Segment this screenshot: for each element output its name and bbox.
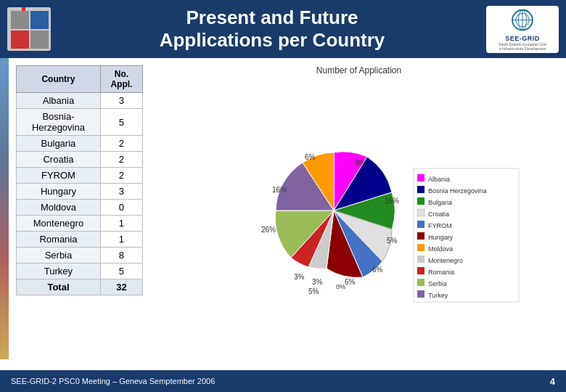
svg-rect-41 [417, 279, 424, 286]
svg-text:6%: 6% [305, 153, 316, 161]
svg-text:0%: 0% [336, 283, 345, 290]
table-row-value: 3 [100, 184, 142, 200]
svg-text:16%: 16% [385, 197, 399, 205]
svg-rect-29 [417, 209, 424, 216]
svg-rect-1 [11, 11, 29, 29]
pie-chart: 9% 16% 5% 6% 6% 3% 3% 0% 5% 26% 16% 6% A… [192, 87, 526, 348]
svg-rect-3 [11, 30, 29, 49]
table-row-country: Romania [17, 232, 101, 248]
svg-text:Bosnia Herzegovina: Bosnia Herzegovina [428, 187, 487, 195]
svg-text:26%: 26% [261, 226, 276, 234]
main-content: Country No. Appl. Albania3Bosnia-Herzego… [9, 58, 566, 359]
table-row-country: Croatia [17, 152, 101, 168]
applications-table: Country No. Appl. Albania3Bosnia-Herzego… [16, 65, 143, 295]
table-row-value: 3 [100, 93, 142, 109]
svg-rect-4 [30, 30, 49, 49]
header: Present and Future Applications per Coun… [0, 0, 566, 58]
table-row-value: 1 [100, 216, 142, 232]
svg-rect-43 [417, 290, 424, 298]
svg-text:Moldova: Moldova [428, 245, 453, 253]
table-row-value: 2 [100, 168, 142, 184]
table-row: Bulgaria2 [17, 136, 143, 152]
table-row-value: 5 [100, 264, 142, 279]
svg-text:Serbia: Serbia [428, 280, 447, 287]
table-row: Montenegro1 [17, 216, 143, 232]
table-row-country: Albania [17, 93, 101, 109]
svg-rect-23 [417, 174, 424, 181]
table-row-value: 8 [100, 248, 142, 264]
col-appl-header: No. Appl. [100, 66, 142, 93]
left-logo [4, 4, 54, 54]
svg-text:Turkey: Turkey [428, 292, 448, 299]
svg-text:Albania: Albania [428, 176, 450, 183]
table-row-country: Turkey [17, 264, 101, 279]
svg-text:5%: 5% [308, 287, 319, 295]
col-country-header: Country [17, 66, 101, 93]
svg-text:5%: 5% [387, 237, 398, 245]
footer-text: SEE-GRID-2 PSC0 Meeting – Geneva Semptem… [11, 377, 215, 385]
table-row: FYROM2 [17, 168, 143, 184]
table-row: Total32 [17, 279, 143, 295]
svg-text:9%: 9% [356, 159, 366, 167]
table-body: Albania3Bosnia-Herzegovina5Bulgaria2Croa… [17, 93, 143, 295]
table-row: Moldova0 [17, 200, 143, 216]
svg-text:Hungary: Hungary [428, 234, 454, 241]
svg-text:3%: 3% [312, 278, 323, 286]
svg-rect-25 [417, 186, 424, 193]
table-row: Turkey5 [17, 264, 143, 279]
table-row-value: 2 [100, 152, 142, 168]
table-row-country: Moldova [17, 200, 101, 216]
table-row: Albania3 [17, 93, 143, 109]
svg-text:3%: 3% [294, 273, 305, 281]
chart-container: Number of Application [150, 65, 566, 356]
table-row: Romania1 [17, 232, 143, 248]
svg-rect-35 [417, 244, 424, 251]
svg-rect-27 [417, 197, 424, 205]
chart-svg-area: 9% 16% 5% 6% 6% 3% 3% 0% 5% 26% 16% 6% A… [150, 79, 566, 356]
see-grid-label: SEE-GRID [505, 35, 540, 42]
svg-rect-5 [22, 7, 25, 11]
table-row-value: 2 [100, 136, 142, 152]
table-row-country: Bosnia-Herzegovina [17, 109, 101, 136]
slide-decoration [0, 58, 9, 359]
table-row-value: 0 [100, 200, 142, 216]
table-row: Serbia8 [17, 248, 143, 264]
footer-page: 4 [550, 376, 555, 387]
header-title: Present and Future Applications per Coun… [58, 7, 486, 52]
table-row-value: 1 [100, 232, 142, 248]
table-row-value: 32 [100, 279, 142, 295]
svg-text:6%: 6% [345, 278, 356, 286]
svg-text:Bulgaria: Bulgaria [428, 199, 452, 206]
svg-text:Croatia: Croatia [428, 211, 449, 218]
see-grid-logo: SEE-GRID South Eastern European Grid e-I… [486, 6, 559, 53]
see-grid-sublabel2: e-Infrastructure Development [499, 46, 546, 51]
svg-rect-33 [417, 232, 424, 240]
svg-rect-39 [417, 267, 424, 274]
svg-rect-2 [30, 11, 49, 29]
table-row: Hungary3 [17, 184, 143, 200]
table-row: Croatia2 [17, 152, 143, 168]
svg-text:16%: 16% [272, 186, 287, 194]
chart-title: Number of Application [316, 65, 401, 75]
table-row-value: 5 [100, 109, 142, 136]
table-row-country: Hungary [17, 184, 101, 200]
svg-rect-31 [417, 221, 424, 228]
svg-text:6%: 6% [372, 266, 383, 274]
footer: SEE-GRID-2 PSC0 Meeting – Geneva Semptem… [0, 370, 566, 392]
table-row: Bosnia-Herzegovina5 [17, 109, 143, 136]
svg-text:Romania: Romania [428, 269, 454, 276]
table-row-country: Serbia [17, 248, 101, 264]
data-table-container: Country No. Appl. Albania3Bosnia-Herzego… [16, 65, 143, 356]
svg-text:FYROM: FYROM [428, 222, 452, 229]
table-row-country: FYROM [17, 168, 101, 184]
svg-text:Montenegro: Montenegro [428, 257, 463, 264]
table-row-country: Total [17, 279, 101, 295]
table-row-country: Montenegro [17, 216, 101, 232]
svg-rect-37 [417, 256, 424, 263]
table-row-country: Bulgaria [17, 136, 101, 152]
